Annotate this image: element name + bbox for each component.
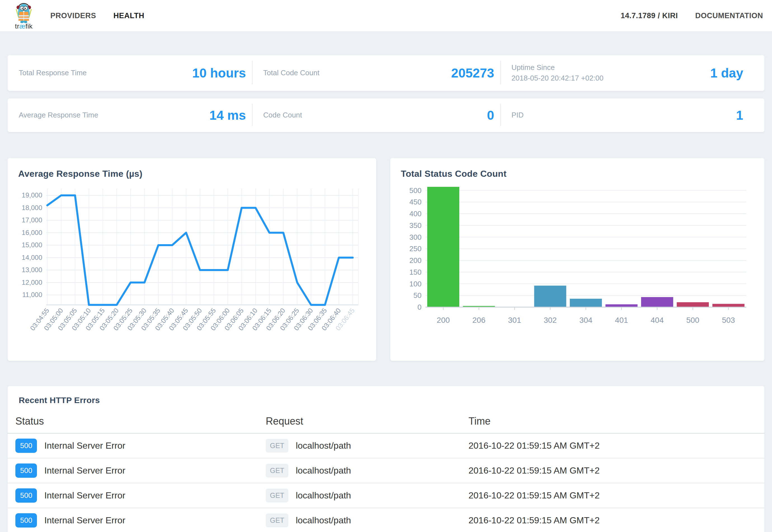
nav-menu: PROVIDERS HEALTH	[50, 11, 144, 20]
stat-value: 0	[487, 108, 494, 123]
nav-item-providers[interactable]: PROVIDERS	[50, 11, 96, 20]
errors-table-body: 500Internal Server ErrorGETlocalhost/pat…	[8, 434, 764, 532]
time-cell: 2016-10-22 01:59:15 AM GMT+2	[461, 441, 764, 451]
nav-item-health[interactable]: HEALTH	[114, 11, 145, 20]
svg-text:12,000: 12,000	[22, 279, 42, 286]
svg-text:17,000: 17,000	[22, 216, 42, 224]
status-code-badge: 500	[15, 463, 37, 478]
stat-label: Uptime Since 2018-05-20 20:42:17 +02:00	[512, 62, 604, 83]
svg-text:14,000: 14,000	[22, 254, 42, 261]
avg-response-time-chart-card: Average Response Time (µs) 11,00012,0001…	[8, 158, 376, 361]
svg-text:200: 200	[409, 256, 422, 265]
svg-text:450: 450	[409, 198, 422, 206]
status-text: Internal Server Error	[44, 490, 125, 501]
time-cell: 2016-10-22 01:59:15 AM GMT+2	[461, 465, 764, 476]
stat-value: 1	[736, 108, 743, 123]
status-text: Internal Server Error	[44, 441, 125, 451]
request-path: localhost/path	[296, 490, 351, 501]
svg-text:500: 500	[686, 316, 699, 324]
request-path: localhost/path	[296, 515, 351, 526]
svg-text:150: 150	[409, 268, 422, 276]
avg-response-time-line-chart: 11,00012,00013,00014,00015,00016,00017,0…	[18, 182, 366, 352]
errors-table-header: Status Request Time	[8, 409, 764, 434]
svg-text:401: 401	[615, 316, 628, 324]
status-cell: 500Internal Server Error	[8, 513, 258, 528]
request-cell: GETlocalhost/path	[258, 489, 461, 502]
svg-text:302: 302	[544, 316, 557, 324]
svg-text:200: 200	[437, 316, 450, 324]
request-cell: GETlocalhost/path	[258, 464, 461, 477]
stat-value: 205273	[451, 65, 494, 81]
svg-text:15,000: 15,000	[22, 241, 42, 249]
svg-text:13,000: 13,000	[22, 266, 42, 274]
stat-total-response-time: Total Response Time 10 hours	[8, 55, 252, 91]
time-cell: 2016-10-22 01:59:15 AM GMT+2	[461, 490, 764, 501]
stat-total-code-count: Total Code Count 205273	[252, 55, 500, 91]
http-method-badge: GET	[266, 514, 288, 527]
http-method-badge: GET	[266, 439, 288, 453]
stat-label: Total Response Time	[19, 68, 87, 78]
svg-text:500: 500	[409, 186, 422, 195]
status-cell: 500Internal Server Error	[8, 439, 258, 453]
column-header-request: Request	[258, 415, 461, 427]
uptime-datetime: 2018-05-20 20:42:17 +02:00	[512, 74, 604, 82]
table-row: 500Internal Server ErrorGETlocalhost/pat…	[8, 434, 764, 458]
stats-row-averages: Average Response Time 14 ms Code Count 0…	[8, 98, 764, 132]
status-code-chart-card: Total Status Code Count 0501001502002503…	[390, 158, 764, 361]
svg-text:404: 404	[651, 316, 664, 324]
errors-table-title: Recent HTTP Errors	[19, 396, 764, 405]
svg-text:250: 250	[409, 244, 422, 253]
version-label: 14.7.1789 / KIRI	[621, 11, 678, 20]
top-nav: træfik PROVIDERS HEALTH 14.7.1789 / KIRI…	[0, 0, 772, 32]
nav-right: 14.7.1789 / KIRI DOCUMENTATION	[621, 11, 763, 20]
recent-http-errors-card: Recent HTTP Errors Status Request Time 5…	[8, 386, 764, 532]
status-code-badge: 500	[15, 513, 37, 528]
traefik-gopher-icon	[13, 1, 35, 23]
status-code-badge: 500	[15, 439, 37, 453]
http-method-badge: GET	[266, 489, 288, 502]
svg-text:100: 100	[409, 280, 422, 288]
svg-text:206: 206	[472, 316, 486, 324]
traefik-wordmark: træfik	[15, 22, 32, 30]
stat-label: Code Count	[263, 110, 302, 121]
svg-text:50: 50	[413, 291, 422, 300]
nav-item-documentation[interactable]: DOCUMENTATION	[695, 11, 763, 20]
svg-text:18,000: 18,000	[22, 204, 42, 211]
time-cell: 2016-10-22 01:59:15 AM GMT+2	[461, 515, 764, 526]
request-path: localhost/path	[296, 441, 351, 451]
svg-text:301: 301	[508, 316, 521, 324]
status-code-bar-chart: 0501001502002503003504004505002002063013…	[401, 182, 754, 352]
request-cell: GETlocalhost/path	[258, 514, 461, 527]
http-method-badge: GET	[266, 464, 288, 477]
stat-value: 14 ms	[210, 108, 246, 123]
svg-text:304: 304	[579, 316, 592, 324]
stat-pid: PID 1	[500, 98, 764, 132]
stat-value: 1 day	[710, 65, 743, 81]
table-row: 500Internal Server ErrorGETlocalhost/pat…	[8, 508, 764, 532]
column-header-time: Time	[461, 415, 764, 427]
table-row: 500Internal Server ErrorGETlocalhost/pat…	[8, 458, 764, 483]
stat-code-count: Code Count 0	[252, 98, 500, 132]
svg-text:16,000: 16,000	[22, 229, 42, 236]
stat-value: 10 hours	[192, 65, 246, 81]
svg-text:503: 503	[722, 316, 735, 324]
status-cell: 500Internal Server Error	[8, 463, 258, 478]
svg-text:350: 350	[409, 221, 422, 230]
stats-row-totals: Total Response Time 10 hours Total Code …	[8, 55, 764, 91]
svg-text:19,000: 19,000	[22, 191, 42, 199]
status-text: Internal Server Error	[44, 465, 125, 476]
traefik-logo: træfik	[7, 1, 40, 30]
status-cell: 500Internal Server Error	[8, 488, 258, 503]
stat-average-response-time: Average Response Time 14 ms	[8, 98, 252, 132]
stat-label: Total Code Count	[263, 68, 319, 78]
svg-text:400: 400	[409, 209, 422, 218]
stat-label: Average Response Time	[19, 110, 98, 121]
stat-uptime-since: Uptime Since 2018-05-20 20:42:17 +02:00 …	[500, 55, 764, 91]
column-header-status: Status	[8, 415, 258, 427]
svg-text:300: 300	[409, 233, 422, 241]
status-text: Internal Server Error	[44, 515, 125, 526]
svg-text:0: 0	[418, 303, 422, 311]
status-code-badge: 500	[15, 488, 37, 503]
request-path: localhost/path	[296, 465, 351, 476]
svg-text:11,000: 11,000	[22, 291, 42, 298]
